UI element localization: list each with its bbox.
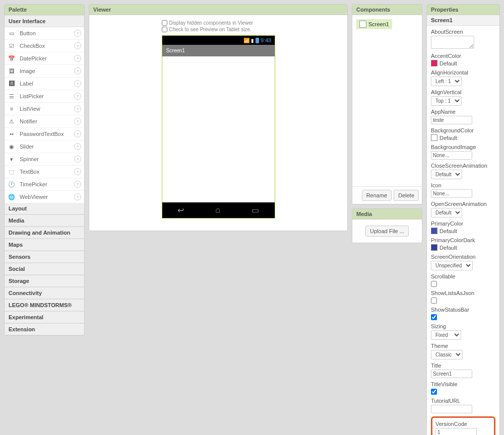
aboutscreen-input[interactable] — [431, 36, 474, 49]
help-icon[interactable]: ? — [74, 130, 81, 137]
palette-item-timepicker[interactable]: 🕐TimePicker? — [5, 178, 84, 191]
closeanimation-select[interactable]: Default — [431, 170, 462, 179]
label-icon: 🅰 — [8, 80, 16, 88]
sizing-select[interactable]: Fixed — [431, 330, 461, 340]
palette-item-listview[interactable]: ≡ListView? — [5, 103, 84, 115]
palette-item-notifier[interactable]: ⚠Notifier? — [5, 115, 84, 128]
palette-item-label[interactable]: 🅰Label? — [5, 78, 84, 90]
tutorialurl-label: TutorialURL — [431, 398, 495, 404]
nav-bar: ↩ ⌂ ▭ — [162, 202, 275, 218]
color-swatch-icon — [431, 244, 437, 251]
version-highlight: VersionCode VersionName — [431, 416, 495, 435]
upload-file-button[interactable]: Upload File ... — [365, 226, 409, 237]
palette-item-datepicker[interactable]: 📅DatePicker? — [5, 52, 84, 65]
palette-item-label: Image — [20, 68, 35, 74]
palette-item-listpicker[interactable]: ☰ListPicker? — [5, 90, 84, 103]
home-icon: ⌂ — [215, 205, 220, 215]
palette-category-media[interactable]: Media — [5, 214, 84, 227]
palette-category-sensors[interactable]: Sensors — [5, 251, 84, 263]
palette-item-textbox[interactable]: ⬚TextBox? — [5, 166, 84, 178]
slider-icon: ◉ — [8, 142, 16, 151]
alignh-select[interactable]: Left : 1 — [431, 77, 462, 86]
recent-icon: ▭ — [251, 205, 259, 215]
clock-text: 9:48 — [261, 37, 271, 43]
help-icon[interactable]: ? — [74, 168, 81, 175]
help-icon[interactable]: ? — [74, 42, 81, 49]
appname-input[interactable] — [431, 116, 472, 124]
palette-item-spinner[interactable]: ▾Spinner? — [5, 153, 84, 166]
scrollable-check[interactable] — [431, 281, 437, 287]
titlevisible-label: TitleVisible — [431, 381, 495, 387]
component-screen1[interactable]: Screen1 — [356, 19, 392, 29]
delete-button[interactable]: Delete — [394, 190, 419, 201]
palette-item-image[interactable]: 🖼Image? — [5, 65, 84, 78]
palette-item-label: WebViewer — [20, 194, 48, 200]
help-icon[interactable]: ? — [74, 118, 81, 125]
timepicker-icon: 🕐 — [8, 180, 16, 188]
alignv-select[interactable]: Top : 1 — [431, 96, 462, 106]
palette-item-webviewer[interactable]: 🌐WebViewer? — [5, 191, 84, 203]
palette-item-label: Spinner — [20, 156, 39, 162]
theme-select[interactable]: Classic — [431, 350, 463, 359]
palette-item-label: TimePicker — [20, 181, 47, 187]
closeanimation-label: CloseScreenAnimation — [431, 163, 495, 169]
titlevisible-check[interactable] — [431, 389, 437, 395]
help-icon[interactable]: ? — [74, 143, 81, 150]
primarycolor-value[interactable]: Default — [431, 228, 495, 234]
properties-title: Properties — [427, 5, 499, 15]
palette-item-passwordtextbox[interactable]: ••PasswordTextBox? — [5, 128, 84, 140]
tablet-preview-toggle[interactable]: Check to see Preview on Tablet size. — [162, 27, 275, 32]
screen-canvas[interactable] — [162, 56, 275, 202]
openanimation-label: OpenScreenAnimation — [431, 201, 495, 207]
showlists-check[interactable] — [431, 298, 437, 304]
versioncode-input[interactable] — [435, 428, 477, 435]
properties-panel: Properties Screen1 AboutScreen AccentCol… — [426, 4, 500, 435]
icon-input[interactable] — [431, 189, 472, 198]
palette-item-label: CheckBox — [20, 43, 45, 49]
help-icon[interactable]: ? — [74, 55, 81, 62]
showstatus-label: ShowStatusBar — [431, 307, 495, 313]
scrollable-label: Scrollable — [431, 273, 495, 279]
orientation-select[interactable]: Unspecified — [431, 261, 473, 270]
palette-item-slider[interactable]: ◉Slider? — [5, 140, 84, 153]
help-icon[interactable]: ? — [74, 30, 81, 37]
help-icon[interactable]: ? — [74, 67, 81, 75]
openanimation-select[interactable]: Default — [431, 208, 462, 218]
show-hidden-toggle[interactable]: Display hidden components in Viewer — [162, 20, 275, 26]
primarydark-value[interactable]: Default — [431, 244, 495, 251]
palette-category-layout[interactable]: Layout — [5, 203, 84, 214]
tutorialurl-input[interactable] — [431, 405, 472, 413]
palette-category-connectivity[interactable]: Connectivity — [5, 287, 84, 299]
palette-category-experimental[interactable]: Experimental — [5, 311, 84, 323]
help-icon[interactable]: ? — [74, 105, 81, 112]
showlists-label: ShowListsAsJson — [431, 290, 495, 296]
showstatus-check[interactable] — [431, 314, 437, 320]
rename-button[interactable]: Rename — [362, 190, 392, 201]
bgcolor-value[interactable]: Default — [431, 134, 495, 141]
palette-category-drawing-and-animation[interactable]: Drawing and Animation — [5, 227, 84, 239]
palette-item-button[interactable]: ▭Button? — [5, 27, 84, 40]
title-input[interactable] — [431, 370, 472, 378]
palette-category-social[interactable]: Social — [5, 263, 84, 275]
bgcolor-label: BackgroundColor — [431, 127, 495, 133]
components-panel: Components Screen1 Rename Delete — [352, 4, 422, 204]
screen-icon — [359, 21, 366, 28]
bgimage-input[interactable] — [431, 151, 472, 160]
accentcolor-value[interactable]: Default — [431, 60, 495, 66]
palette-item-checkbox[interactable]: ☑CheckBox? — [5, 40, 84, 52]
palette-item-label: Slider — [20, 143, 34, 150]
orientation-label: ScreenOrientation — [431, 254, 495, 260]
palette-category-extension[interactable]: Extension — [5, 323, 84, 335]
media-title: Media — [352, 209, 422, 220]
palette-category-maps[interactable]: Maps — [5, 239, 84, 251]
help-icon[interactable]: ? — [74, 193, 81, 200]
help-icon[interactable]: ? — [74, 181, 81, 188]
help-icon[interactable]: ? — [74, 156, 81, 163]
help-icon[interactable]: ? — [74, 80, 81, 87]
help-icon[interactable]: ? — [74, 93, 81, 100]
title-label: Title — [431, 362, 495, 369]
palette-category-storage[interactable]: Storage — [5, 275, 84, 287]
palette-category-lego-mindstorms-[interactable]: LEGO® MINDSTORMS® — [5, 299, 84, 311]
palette-category-ui[interactable]: User Interface — [5, 15, 84, 27]
bgimage-label: BackgroundImage — [431, 144, 495, 150]
